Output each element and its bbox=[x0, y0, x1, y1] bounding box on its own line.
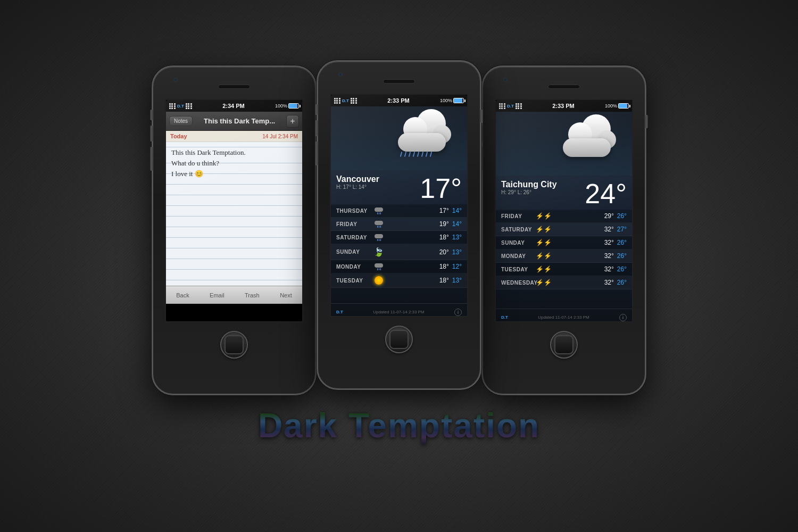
signal-icon-2 bbox=[334, 98, 340, 103]
mute-button-2[interactable] bbox=[315, 104, 318, 115]
phone-3-top-bar bbox=[483, 67, 645, 99]
forecast-list-2: THURSDAY 17° 14° FRIDAY bbox=[331, 204, 467, 303]
notes-back-btn[interactable]: Back bbox=[176, 292, 189, 298]
day-name-sun-3: SUNDAY bbox=[501, 240, 536, 246]
phones-container: D.T 2:34 PM 100% Notes bbox=[152, 65, 646, 395]
notes-line-1: This this Dark Temptation. bbox=[171, 147, 297, 158]
forecast-row-fri-3: FRIDAY ⚡⚡ 29° 26° bbox=[496, 210, 632, 223]
info-button-3[interactable]: i bbox=[619, 314, 627, 321]
cloud-icon-3 bbox=[558, 125, 621, 162]
status-left-1: D.T bbox=[169, 103, 192, 109]
day-temps-mon-2: 18° 12° bbox=[387, 263, 462, 270]
notes-add-button[interactable]: + bbox=[286, 115, 299, 128]
low-tue-2: 13° bbox=[452, 277, 462, 284]
day-name-fri-2: FRIDAY bbox=[336, 221, 371, 227]
day-name-sat-2: SATURDAY bbox=[336, 235, 371, 240]
low-sat-3: 27° bbox=[617, 226, 627, 233]
forecast-row-sun-3: SUNDAY ⚡⚡ 32° 26° bbox=[496, 236, 632, 250]
day-temps-wed-3: 32° 26° bbox=[552, 279, 627, 286]
day-icon-tue-3: ⚡⚡ bbox=[536, 265, 552, 273]
status-right-2: 100% bbox=[440, 98, 464, 103]
notes-date-bar: Today 14 Jul 2:34 PM bbox=[166, 131, 302, 142]
dt-label-2: D.T bbox=[342, 98, 349, 103]
day-temps-sat-2: 18° 13° bbox=[387, 234, 462, 241]
home-button-2[interactable] bbox=[385, 326, 413, 353]
forecast-row-sat-3: SATURDAY ⚡⚡ 32° 27° bbox=[496, 223, 632, 236]
volume-up-button[interactable] bbox=[150, 126, 153, 142]
temp-big-3: 24° bbox=[585, 180, 627, 207]
high-mon-3: 32° bbox=[604, 252, 614, 260]
brand-title: Dark Temptation bbox=[258, 406, 540, 445]
weather-screen-2: Vancouver H: 17° L: 14° 17° THURSDAY bbox=[331, 106, 467, 317]
power-button-3[interactable] bbox=[645, 115, 648, 128]
forecast-row-fri-2: FRIDAY 19° 14° bbox=[331, 218, 467, 231]
status-bar-1: D.T 2:34 PM 100% bbox=[166, 100, 302, 112]
weather-cloud-area-2 bbox=[331, 106, 467, 170]
status-left-2: D.T bbox=[334, 98, 357, 103]
forecast-row-thu-2: THURSDAY 17° 14° bbox=[331, 204, 467, 218]
high-thu-2: 17° bbox=[439, 207, 449, 214]
wind-icon-2: 🍃 bbox=[373, 247, 384, 257]
battery-fill-2 bbox=[454, 98, 462, 103]
camera-3 bbox=[503, 78, 508, 82]
signal-icon-2b bbox=[351, 98, 357, 103]
day-icon-sat-3: ⚡⚡ bbox=[536, 226, 552, 233]
forecast-row-sun-2: SUNDAY 🍃 20° 13° bbox=[331, 244, 467, 260]
battery-fill-1 bbox=[289, 104, 297, 108]
notes-next-btn[interactable]: Next bbox=[280, 292, 292, 298]
weather-city-row-2: Vancouver H: 17° L: 14° 17° bbox=[331, 170, 467, 204]
notes-email-btn[interactable]: Email bbox=[210, 292, 225, 298]
phone-2-top-bar bbox=[318, 62, 480, 94]
day-icon-sun-3: ⚡⚡ bbox=[536, 239, 552, 246]
day-icon-sat-2 bbox=[371, 234, 387, 241]
day-name-wed-3: WEDNESDAY bbox=[501, 280, 536, 286]
dt-logo-3: D.T bbox=[501, 315, 508, 320]
notes-trash-btn[interactable]: Trash bbox=[245, 292, 260, 298]
phone-1-screen: D.T 2:34 PM 100% Notes bbox=[165, 99, 303, 322]
forecast-row-mon-2: MONDAY 18° 12° bbox=[331, 260, 467, 273]
home-button-inner-3 bbox=[554, 335, 573, 354]
speaker-1 bbox=[218, 85, 250, 89]
info-button-2[interactable]: i bbox=[454, 309, 462, 316]
volume-down-button[interactable] bbox=[150, 147, 153, 171]
forecast-row-tue-2: TUESDAY 18° 13° bbox=[331, 273, 467, 288]
low-sun-2: 13° bbox=[452, 248, 462, 256]
battery-pct-2: 100% bbox=[440, 98, 452, 103]
low-mon-3: 26° bbox=[617, 252, 627, 260]
weather-footer-3: D.T Updated 11-07-14 2:33 PM i bbox=[496, 309, 632, 322]
high-sat-3: 32° bbox=[604, 226, 614, 233]
forecast-row-tue-3: TUESDAY ⚡⚡ 32° 26° bbox=[496, 263, 632, 276]
day-temps-fri-2: 19° 14° bbox=[387, 220, 462, 228]
day-name-tue-2: TUESDAY bbox=[336, 278, 371, 284]
home-button-1[interactable] bbox=[220, 331, 248, 359]
notes-nav-bar: Notes This this Dark Temp... + bbox=[166, 112, 302, 131]
dt-label-1: D.T bbox=[177, 104, 184, 109]
status-bar-3: D.T 2:33 PM 100% bbox=[496, 100, 632, 112]
day-temps-tue-3: 32° 26° bbox=[552, 265, 627, 273]
low-mon-2: 12° bbox=[452, 263, 462, 270]
notes-today-label: Today bbox=[170, 133, 187, 139]
power-button-2[interactable] bbox=[480, 110, 483, 123]
updated-text-2: Updated 11-07-14 2:33 PM bbox=[373, 310, 425, 314]
day-icon-mon-3: ⚡⚡ bbox=[536, 252, 552, 260]
phone-1-top-bar bbox=[153, 67, 315, 99]
battery-fill-3 bbox=[619, 104, 627, 108]
day-temps-thu-2: 17° 14° bbox=[387, 207, 462, 214]
signal-icon-3 bbox=[499, 103, 505, 109]
phone-1: D.T 2:34 PM 100% Notes bbox=[152, 65, 317, 395]
home-button-3[interactable] bbox=[550, 331, 578, 359]
status-bar-2: D.T 2:33 PM 100% bbox=[331, 95, 467, 106]
weather-city-info-3: Taichung City H: 29° L: 26° bbox=[501, 180, 557, 195]
notes-content[interactable]: This this Dark Temptation. What do u thi… bbox=[166, 142, 302, 286]
day-icon-fri-2 bbox=[371, 221, 387, 228]
high-fri-2: 19° bbox=[439, 220, 449, 228]
notes-label-btn[interactable]: Notes bbox=[169, 116, 193, 126]
volume-up-button-2[interactable] bbox=[315, 120, 318, 136]
mute-button[interactable] bbox=[150, 110, 153, 120]
volume-down-button-2[interactable] bbox=[315, 142, 318, 165]
signal-icon-3b bbox=[516, 103, 522, 109]
rain-drops-2 bbox=[401, 146, 448, 157]
weather-screen-3: Taichung City H: 29° L: 26° 24° FRIDAY ⚡… bbox=[496, 112, 632, 322]
day-name-sat-3: SATURDAY bbox=[501, 227, 536, 232]
day-temps-mon-3: 32° 26° bbox=[552, 252, 627, 260]
